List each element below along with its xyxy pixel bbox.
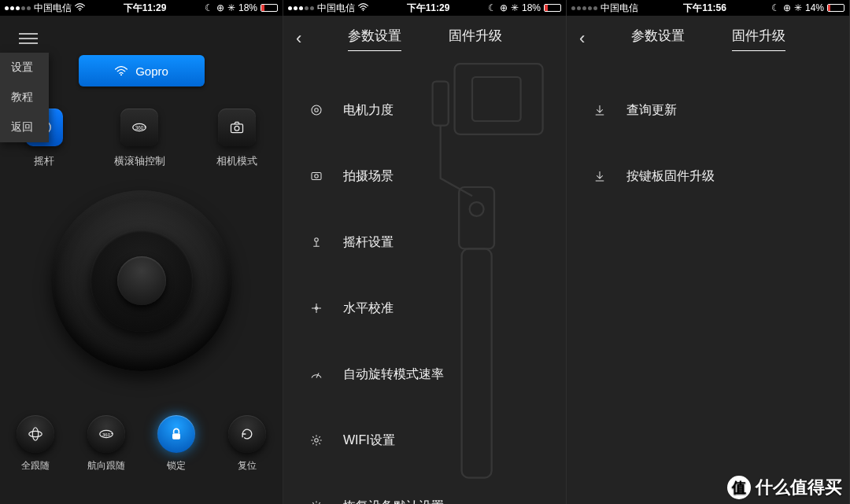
svg-point-9 xyxy=(32,428,38,441)
settings-list: 电机力度 拍摄场景 摇杆设置 水平校准 自动旋转模式速率 WIFI设置 恢复设备… xyxy=(283,77,566,504)
bluetooth-icon: ✳ xyxy=(227,2,235,13)
mode-roll-label: 横滚轴控制 xyxy=(114,154,165,168)
firmware-list: 查询更新 按键板固件升级 xyxy=(567,77,849,209)
status-bar: 中国电信 下午11:29 ☾ ⊕ ✳ 18% xyxy=(283,0,566,16)
tab-params[interactable]: 参数设置 xyxy=(348,27,401,51)
item-shoot-scene[interactable]: 拍摄场景 xyxy=(283,143,566,209)
bluetooth-icon: ✳ xyxy=(794,2,802,13)
svg-rect-22 xyxy=(312,173,321,180)
item-label: 水平校准 xyxy=(343,300,394,317)
svg-point-7 xyxy=(235,126,239,131)
item-joystick-setting[interactable]: 摇杆设置 xyxy=(283,209,566,275)
svg-text:360: 360 xyxy=(102,432,111,437)
calibrate-icon xyxy=(309,300,324,316)
back-button[interactable]: ‹ xyxy=(579,28,585,49)
alarm-icon: ⊕ xyxy=(783,2,791,13)
svg-rect-6 xyxy=(231,124,242,133)
heading-follow-icon: 360 xyxy=(87,415,125,453)
watermark-text: 什么值得买 xyxy=(756,476,842,499)
status-time: 下午11:56 xyxy=(683,2,726,15)
item-keyboard-firmware[interactable]: 按键板固件升级 xyxy=(567,143,849,209)
moon-icon: ☾ xyxy=(205,2,213,13)
mode-camera[interactable]: 相机模式 xyxy=(216,109,257,168)
battery-pct: 18% xyxy=(522,2,541,13)
battery-pct: 14% xyxy=(805,2,824,13)
item-horizontal-calibration[interactable]: 水平校准 xyxy=(283,275,566,341)
mode-full-follow[interactable]: 全跟随 xyxy=(17,415,54,473)
item-restore-defaults[interactable]: 恢复设备默认设置 xyxy=(283,473,566,504)
motor-icon xyxy=(309,102,324,118)
mode-joystick-label: 摇杆 xyxy=(34,154,54,168)
tab-params[interactable]: 参数设置 xyxy=(631,27,685,51)
wifi-icon xyxy=(358,2,368,13)
camera-icon xyxy=(218,109,256,146)
mode-camera-label: 相机模式 xyxy=(216,154,257,168)
speed-icon xyxy=(309,366,324,382)
item-label: 查询更新 xyxy=(626,102,677,119)
alarm-icon: ⊕ xyxy=(500,2,508,13)
status-time: 下午11:29 xyxy=(124,2,167,15)
lock-label: 锁定 xyxy=(167,459,186,473)
status-time: 下午11:29 xyxy=(407,2,450,15)
item-label: 自动旋转模式速率 xyxy=(343,366,444,383)
bluetooth-icon: ✳ xyxy=(511,2,519,13)
carrier-label: 中国电信 xyxy=(34,2,72,15)
svg-point-21 xyxy=(315,109,319,112)
mode-heading-follow[interactable]: 360 航向跟随 xyxy=(87,415,125,473)
signal-dots-icon xyxy=(571,6,597,10)
watermark: 值 什么值得买 xyxy=(727,476,842,499)
battery-icon xyxy=(544,4,561,12)
tab-firmware[interactable]: 固件升级 xyxy=(732,27,785,51)
full-follow-label: 全跟随 xyxy=(21,459,50,473)
carrier-label: 中国电信 xyxy=(601,2,638,15)
item-label: 恢复设备默认设置 xyxy=(343,498,444,505)
screen-firmware: 中国电信 下午11:56 ☾ ⊕ ✳ 14% ‹ 参数设置 固件升级 查询更新 … xyxy=(567,0,850,504)
gopro-connect-button[interactable]: Gopro xyxy=(79,55,205,86)
signal-dots-icon xyxy=(5,6,31,10)
menu-settings[interactable]: 设置 xyxy=(0,53,49,83)
menu-tutorial[interactable]: 教程 xyxy=(0,83,49,112)
menu-back[interactable]: 返回 xyxy=(0,112,49,142)
item-label: 摇杆设置 xyxy=(343,234,394,251)
svg-text:360: 360 xyxy=(135,125,144,131)
item-motor-strength[interactable]: 电机力度 xyxy=(283,77,566,143)
nav-bar: ‹ 参数设置 固件升级 xyxy=(567,19,849,58)
follow-mode-row: 全跟随 360 航向跟随 锁定 复位 xyxy=(0,415,283,473)
reset-icon xyxy=(228,415,266,453)
item-check-update[interactable]: 查询更新 xyxy=(567,77,849,143)
battery-pct: 18% xyxy=(238,2,257,13)
moon-icon: ☾ xyxy=(488,2,497,13)
gear-icon xyxy=(309,432,324,448)
rotate-icon: 360 xyxy=(120,109,158,146)
item-label: WIFI设置 xyxy=(343,432,395,449)
download-icon xyxy=(592,168,608,184)
reset-label: 复位 xyxy=(238,459,257,473)
item-auto-rotate-speed[interactable]: 自动旋转模式速率 xyxy=(283,341,566,407)
item-wifi-setting[interactable]: WIFI设置 xyxy=(283,407,566,473)
carrier-label: 中国电信 xyxy=(317,2,355,15)
mode-roll-control[interactable]: 360 横滚轴控制 xyxy=(114,109,165,168)
status-bar: 中国电信 下午11:56 ☾ ⊕ ✳ 14% xyxy=(567,0,849,16)
gopro-label: Gopro xyxy=(135,64,168,78)
mode-reset[interactable]: 复位 xyxy=(228,415,266,473)
watermark-icon: 值 xyxy=(727,476,751,499)
scene-icon xyxy=(309,168,324,184)
joystick-icon xyxy=(309,234,324,250)
virtual-joystick[interactable] xyxy=(51,190,232,371)
full-follow-icon xyxy=(17,415,54,453)
item-label: 拍摄场景 xyxy=(343,168,394,185)
back-button[interactable]: ‹ xyxy=(296,28,301,49)
svg-point-26 xyxy=(315,439,319,443)
svg-point-13 xyxy=(363,10,364,11)
battery-icon xyxy=(827,4,844,12)
battery-icon xyxy=(261,4,278,12)
svg-point-0 xyxy=(79,10,81,11)
lock-icon xyxy=(157,415,195,453)
tab-firmware[interactable]: 固件升级 xyxy=(449,27,502,51)
gear-icon xyxy=(309,498,324,504)
status-bar: 中国电信 下午11:29 ☾ ⊕ ✳ 18% xyxy=(0,0,283,16)
screen-params: 中国电信 下午11:29 ☾ ⊕ ✳ 18% ‹ 参数设置 固件升级 xyxy=(283,0,567,504)
hamburger-menu-button[interactable] xyxy=(19,30,38,47)
mode-lock[interactable]: 锁定 xyxy=(157,415,195,473)
svg-point-8 xyxy=(29,431,42,436)
